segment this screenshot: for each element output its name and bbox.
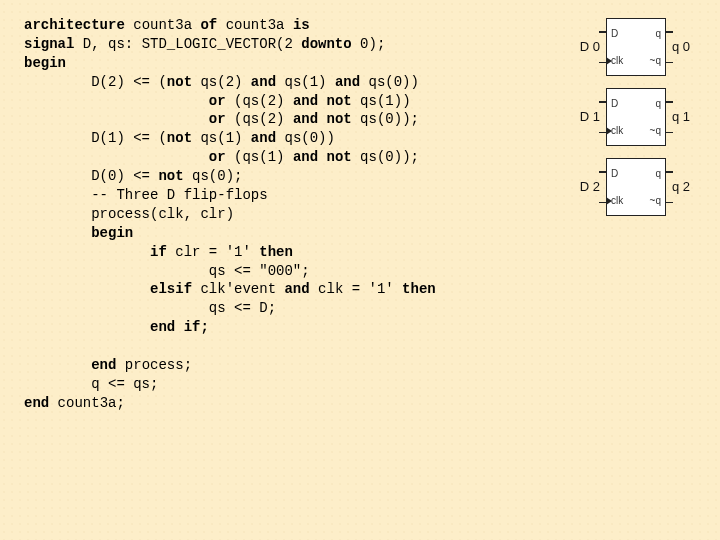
pin-stub <box>665 31 673 33</box>
code-text: qs(1) <box>192 130 251 146</box>
code-text: qs(0)); <box>352 111 419 127</box>
pin-stub <box>665 171 673 173</box>
kw-not: not <box>167 130 192 146</box>
kw-and: and <box>251 74 276 90</box>
kw-not: not <box>327 93 352 109</box>
pin-stub <box>599 101 607 103</box>
code-text <box>24 357 91 373</box>
kw-not: not <box>327 149 352 165</box>
pin-nq-label: ~q <box>650 124 661 138</box>
pin-clk-label: clk <box>611 194 623 208</box>
code-text: process(clk, clr) <box>24 206 234 222</box>
kw-end: end <box>24 395 49 411</box>
kw-if: if <box>150 244 167 260</box>
kw-is: is <box>293 17 310 33</box>
kw-end-if: end if; <box>150 319 209 335</box>
kw-signal: signal <box>24 36 74 52</box>
code-text: count3a <box>125 17 201 33</box>
code-text: q <= qs; <box>24 376 158 392</box>
flip-flop-diagram-group: D 0 D q clk ~q q 0 D 1 D q clk ~q q 1 <box>572 18 700 216</box>
code-text: (qs(1) <box>226 149 293 165</box>
code-text: clk = '1' <box>310 281 402 297</box>
code-text <box>318 111 326 127</box>
kw-then: then <box>259 244 293 260</box>
flip-flop-row-1: D 1 D q clk ~q q 1 <box>572 88 700 146</box>
code-comment: -- Three D flip-flops <box>24 187 268 203</box>
pin-nq-label: ~q <box>650 54 661 68</box>
kw-and: and <box>293 93 318 109</box>
kw-begin: begin <box>24 55 66 71</box>
pin-q-label: q <box>655 27 661 41</box>
d-flip-flop-icon: D q clk ~q <box>606 18 666 76</box>
kw-and: and <box>293 111 318 127</box>
pin-q-label: q <box>655 167 661 181</box>
pin-stub <box>599 171 607 173</box>
code-text: D(2) <= ( <box>24 74 167 90</box>
code-text: 0); <box>352 36 386 52</box>
pin-stub <box>599 31 607 33</box>
code-text: clr = '1' <box>167 244 259 260</box>
code-text <box>318 93 326 109</box>
flip-flop-row-0: D 0 D q clk ~q q 0 <box>572 18 700 76</box>
pin-d-label: D <box>611 97 618 111</box>
code-text <box>24 111 209 127</box>
code-text <box>24 244 150 260</box>
code-text: qs <= D; <box>24 300 276 316</box>
code-text <box>24 281 150 297</box>
vhdl-code-block: architecture count3a of count3a is signa… <box>24 16 436 413</box>
code-text: process; <box>116 357 192 373</box>
code-text <box>24 319 150 335</box>
code-text: qs(0)); <box>352 149 419 165</box>
code-text: count3a <box>217 17 293 33</box>
d-input-label: D 1 <box>572 108 600 126</box>
code-text <box>24 225 91 241</box>
kw-and: and <box>335 74 360 90</box>
code-text: qs <= "000"; <box>24 263 310 279</box>
kw-and: and <box>251 130 276 146</box>
code-text <box>24 149 209 165</box>
kw-end: end <box>91 357 116 373</box>
kw-begin: begin <box>91 225 133 241</box>
pin-clk-label: clk <box>611 124 623 138</box>
kw-architecture: architecture <box>24 17 125 33</box>
kw-not: not <box>167 74 192 90</box>
code-text: (qs(2) <box>226 111 293 127</box>
q-output-label: q 1 <box>672 108 700 126</box>
code-text <box>24 93 209 109</box>
pin-stub <box>665 202 673 204</box>
kw-not: not <box>327 111 352 127</box>
code-text: D(0) <= <box>24 168 158 184</box>
kw-or: or <box>209 111 226 127</box>
code-text: D(1) <= ( <box>24 130 167 146</box>
kw-and: and <box>284 281 309 297</box>
code-text: qs(0)) <box>360 74 419 90</box>
d-flip-flop-icon: D q clk ~q <box>606 158 666 216</box>
code-text: (qs(2) <box>226 93 293 109</box>
code-text: clk'event <box>192 281 284 297</box>
q-output-label: q 2 <box>672 178 700 196</box>
d-input-label: D 0 <box>572 38 600 56</box>
d-flip-flop-icon: D q clk ~q <box>606 88 666 146</box>
q-output-label: q 0 <box>672 38 700 56</box>
pin-d-label: D <box>611 167 618 181</box>
code-text <box>318 149 326 165</box>
kw-or: or <box>209 149 226 165</box>
code-text: count3a; <box>49 395 125 411</box>
kw-then: then <box>402 281 436 297</box>
kw-downto: downto <box>301 36 351 52</box>
code-text: qs(1) <box>276 74 335 90</box>
kw-or: or <box>209 93 226 109</box>
pin-nq-label: ~q <box>650 194 661 208</box>
pin-d-label: D <box>611 27 618 41</box>
code-text: qs(2) <box>192 74 251 90</box>
pin-stub <box>665 101 673 103</box>
kw-not: not <box>158 168 183 184</box>
pin-stub <box>665 132 673 134</box>
code-text: D, qs: STD_LOGIC_VECTOR(2 <box>74 36 301 52</box>
kw-elsif: elsif <box>150 281 192 297</box>
pin-q-label: q <box>655 97 661 111</box>
pin-stub <box>665 62 673 64</box>
d-input-label: D 2 <box>572 178 600 196</box>
kw-and: and <box>293 149 318 165</box>
code-text: qs(0); <box>184 168 243 184</box>
